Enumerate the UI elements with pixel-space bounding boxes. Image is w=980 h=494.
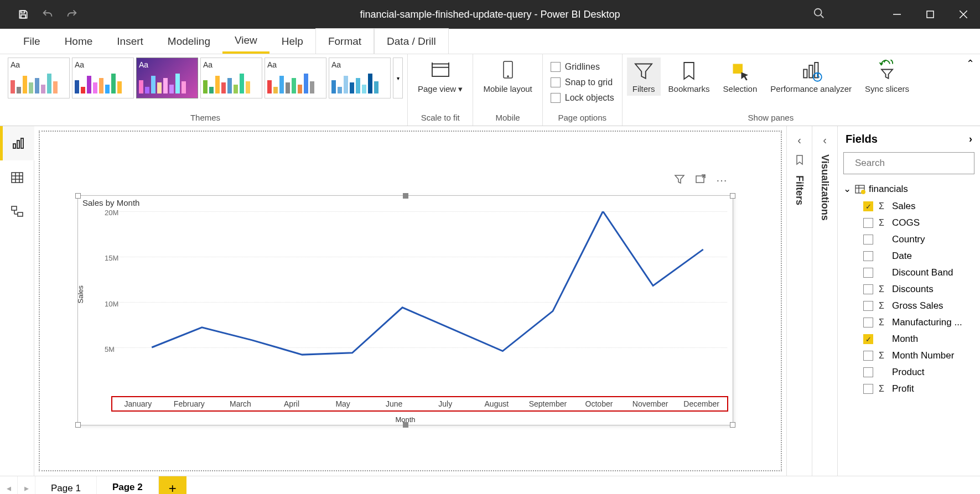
sigma-icon: Σ [879,318,886,327]
tab-data-drill[interactable]: Data / Drill [374,28,449,54]
x-tick: February [164,397,215,410]
chevron-right-icon[interactable]: › [969,133,972,145]
sigma-icon: Σ [879,218,886,228]
field-profit[interactable]: ΣProfit [841,381,977,397]
prev-page-icon[interactable]: ◂ [0,476,18,494]
fields-search[interactable] [843,152,974,174]
sigma-icon: Σ [879,384,886,394]
checkbox[interactable]: ✓ [863,201,873,211]
report-canvas[interactable]: ⋯ Sales by Month Sales Month 5M10M15M20M… [34,126,786,476]
window-title: financial-sample-finished-update-query -… [360,9,620,20]
page-tab-1[interactable]: Page 1 [35,476,97,494]
chart-plot [127,211,728,393]
visual-filter-icon[interactable] [674,174,685,188]
svg-rect-22 [17,141,19,148]
checkbox[interactable] [863,235,873,245]
checkbox[interactable] [863,268,873,278]
chart-visual[interactable]: ⋯ Sales by Month Sales Month 5M10M15M20M… [77,195,733,425]
table-label: financials [869,184,908,195]
group-scale-label: Scale to fit [421,113,460,124]
minimize-icon[interactable] [880,0,914,29]
tab-home[interactable]: Home [53,29,105,54]
field-month-number[interactable]: ΣMonth Number [841,347,977,364]
field-label: Month Number [892,350,954,361]
collapse-ribbon-icon[interactable]: ⌃ [966,58,974,70]
field-month[interactable]: ✓Month [841,331,977,347]
tab-format[interactable]: Format [315,28,374,54]
field-discounts[interactable]: ΣDiscounts [841,281,977,298]
page-tab-2[interactable]: Page 2 [97,476,159,494]
sync-slicers-button[interactable]: Sync slicers [859,58,915,96]
checkbox[interactable] [863,301,873,311]
more-options-icon[interactable]: ⋯ [716,174,727,188]
fields-search-input[interactable] [855,158,972,169]
theme-5[interactable]: Aa [265,58,326,98]
theme-6[interactable]: Aa [329,58,391,98]
search-icon[interactable] [813,7,825,22]
report-view-icon[interactable] [0,126,34,160]
field-label: Product [892,367,925,378]
field-manufacturing-[interactable]: ΣManufacturing ... [841,314,977,331]
svg-rect-14 [733,64,743,74]
tab-view[interactable]: View [222,29,269,54]
field-date[interactable]: Date [841,248,977,264]
field-product[interactable]: Product [841,364,977,381]
tab-file[interactable]: File [11,29,53,54]
field-gross-sales[interactable]: ΣGross Sales [841,298,977,314]
checkbox[interactable] [863,351,873,361]
next-page-icon[interactable]: ▸ [18,476,35,494]
selection-button[interactable]: Selection [718,58,763,96]
performance-button[interactable]: Performance analyzer [765,58,857,96]
bookmark-glyph-icon [794,154,805,168]
checkbox[interactable]: ✓ [863,334,873,344]
chevron-left-icon[interactable]: ‹ [823,134,827,147]
checkbox[interactable] [863,367,873,377]
visualizations-pane-collapsed[interactable]: ‹ Visualizations [812,126,837,476]
field-sales[interactable]: ✓ΣSales [841,198,977,215]
checkbox[interactable] [863,284,873,294]
x-tick: March [215,397,266,410]
checkbox[interactable] [863,218,873,228]
x-tick: December [676,397,727,410]
field-label: Discount Band [892,267,953,278]
tab-help[interactable]: Help [269,29,315,54]
theme-3[interactable]: Aa [136,58,198,98]
ribbon: Aa Aa Aa Aa Aa Aa ▾ Themes Page view ▾ S… [0,54,980,126]
checkbox[interactable] [863,384,873,394]
add-page-button[interactable]: + [159,476,186,494]
mobile-layout-button[interactable]: Mobile layout [478,58,537,96]
x-axis-labels: JanuaryFebruaryMarchAprilMayJuneJulyAugu… [111,396,728,412]
table-financials[interactable]: ⌄ financials [841,180,977,198]
model-view-icon[interactable] [0,195,34,229]
data-view-icon[interactable] [0,160,34,195]
snap-checkbox[interactable]: Snap to grid [547,76,616,89]
theme-4[interactable]: Aa [200,58,262,98]
tab-modeling[interactable]: Modeling [155,29,222,54]
lock-checkbox[interactable]: Lock objects [547,92,618,104]
page-view-button[interactable]: Page view ▾ [412,58,468,96]
group-pageopts-label: Page options [558,113,606,124]
chevron-left-icon[interactable]: ‹ [797,134,801,147]
view-switcher [0,126,34,476]
field-discount-band[interactable]: Discount Band [841,264,977,281]
checkbox[interactable] [863,318,873,327]
theme-1[interactable]: Aa [8,58,70,98]
close-icon[interactable] [947,0,980,29]
undo-icon[interactable] [35,2,60,27]
theme-2[interactable]: Aa [72,58,134,98]
field-cogs[interactable]: ΣCOGS [841,215,977,231]
x-tick: May [317,397,369,410]
theme-dropdown[interactable]: ▾ [393,58,403,98]
x-tick: November [625,397,676,410]
filters-pane-collapsed[interactable]: ‹ Filters [786,126,812,476]
gridlines-checkbox[interactable]: Gridlines [547,61,603,73]
filters-pane-button[interactable]: Filters [627,58,661,96]
maximize-icon[interactable] [914,0,947,29]
tab-insert[interactable]: Insert [105,29,155,54]
checkbox[interactable] [863,251,873,261]
field-country[interactable]: Country [841,231,977,248]
redo-icon[interactable] [60,2,84,27]
bookmarks-button[interactable]: Bookmarks [663,58,715,96]
focus-mode-icon[interactable] [695,174,706,188]
save-icon[interactable] [11,2,35,27]
